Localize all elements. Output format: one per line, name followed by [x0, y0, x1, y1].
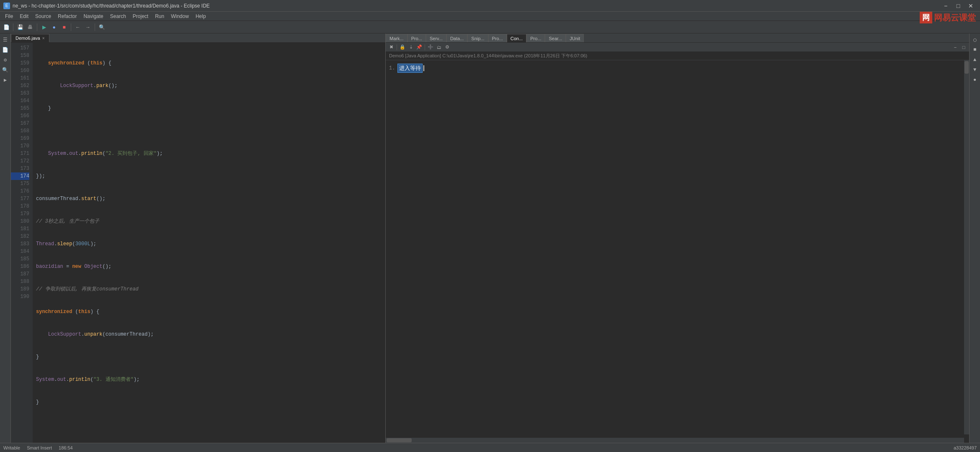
line-num-159: 159	[11, 59, 29, 67]
console-preferences-btn[interactable]: ⚙	[444, 44, 451, 51]
watermark-text: 网易云课堂	[934, 12, 976, 23]
code-line-169: LockSupport.unpark(consumerThread);	[36, 331, 385, 338]
left-sidebar-icon-4[interactable]: 🔍	[1, 65, 10, 74]
console-minimize-btn[interactable]: −	[952, 44, 959, 51]
console-new-btn[interactable]: ➕	[427, 44, 434, 51]
right-tabs: Mark... Pro... Serv... Data... Snip... P…	[386, 33, 969, 43]
code-line-161: System.out.println("2. 买到包子, 回家");	[36, 150, 385, 157]
toolbar-run[interactable]: ▶	[39, 23, 49, 32]
code-line-160	[36, 127, 385, 135]
right-tab-mark[interactable]: Mark...	[386, 34, 407, 42]
console-output[interactable]: 1. 进入等待	[386, 60, 969, 443]
console-horizontal-scrollbar[interactable]	[386, 438, 964, 443]
console-display-btn[interactable]: 🗂	[435, 44, 443, 51]
console-scroll-lock-btn[interactable]: 🔒	[399, 44, 406, 51]
right-tab-junit[interactable]: JUnit	[566, 34, 584, 42]
left-sidebar-icon-2[interactable]: 📄	[1, 45, 10, 54]
line-num-157: 157	[11, 44, 29, 52]
line-num-172: 172	[11, 157, 29, 165]
line-num-158: 158	[11, 52, 29, 59]
code-line-170: }	[36, 353, 385, 361]
right-sidebar-icon-3[interactable]: ▲	[970, 55, 980, 64]
title-bar: E ne_ws - hc-chapter-1/src/com/study/hc/…	[0, 0, 980, 12]
menu-source[interactable]: Source	[32, 12, 54, 21]
code-editor[interactable]: 157 158 159 160 161 162 163 164 165 166 …	[11, 43, 385, 443]
line-num-175: 175	[11, 180, 29, 187]
left-sidebar-icon-5[interactable]: ▶	[1, 75, 10, 85]
right-tab-con[interactable]: Con...	[507, 34, 526, 42]
right-tab-sear[interactable]: Sear...	[545, 34, 566, 42]
menu-bar: File Edit Source Refactor Navigate Searc…	[0, 12, 980, 21]
toolbar-print[interactable]: 🖶	[26, 23, 35, 32]
window-controls: − □ ✕	[940, 2, 977, 10]
menu-search[interactable]: Search	[107, 12, 129, 21]
menu-edit[interactable]: Edit	[16, 12, 32, 21]
status-writable: Writable	[3, 445, 20, 450]
toolbar-stop[interactable]: ■	[59, 23, 69, 32]
main-layout: ☰ 📄 ⚙ 🔍 ▶ Demo6.java × 157 158 159 160 1…	[0, 33, 980, 443]
toolbar-debug[interactable]: ●	[49, 23, 59, 32]
menu-refactor[interactable]: Refactor	[54, 12, 80, 21]
line-num-160: 160	[11, 67, 29, 74]
line-num-188: 188	[11, 278, 29, 285]
right-tab-pro2[interactable]: Pro...	[488, 34, 507, 42]
right-sidebar-icon-4[interactable]: ▼	[970, 65, 980, 74]
left-sidebar-icon-1[interactable]: ☰	[1, 35, 10, 44]
code-line-165: Thread.sleep(3000L);	[36, 240, 385, 248]
left-sidebar: ☰ 📄 ⚙ 🔍 ▶	[0, 33, 11, 443]
status-position: 186:54	[59, 445, 73, 450]
minimize-button[interactable]: −	[940, 2, 952, 10]
toolbar-back[interactable]: ←	[73, 23, 83, 32]
line-num-184: 184	[11, 248, 29, 255]
right-tab-pro3[interactable]: Pro...	[526, 34, 545, 42]
console-scroll-end-btn[interactable]: ⇣	[407, 44, 415, 51]
maximize-button[interactable]: □	[952, 2, 964, 10]
menu-window[interactable]: Window	[168, 12, 192, 21]
right-tab-data[interactable]: Data...	[446, 34, 467, 42]
line-num-182: 182	[11, 233, 29, 240]
toolbar-forward[interactable]: →	[83, 23, 93, 32]
left-sidebar-icon-3[interactable]: ⚙	[1, 55, 10, 64]
right-tab-serv[interactable]: Serv...	[426, 34, 446, 42]
status-user-text: a33228497	[954, 445, 977, 450]
status-bar: Writable Smart Insert 186:54 a33228497	[0, 443, 980, 452]
right-sidebar-icon-2[interactable]: ■	[970, 45, 980, 54]
code-content[interactable]: synchronized (this) { LockSupport.park()…	[33, 43, 385, 443]
text-cursor	[423, 65, 424, 71]
right-sidebar: ◯ ■ ▲ ▼ ●	[969, 33, 980, 443]
console-status-text: Demo6 [Java Application] C:\u01\Java\jre…	[389, 53, 587, 58]
right-panel: Mark... Pro... Serv... Data... Snip... P…	[386, 33, 969, 443]
console-maximize-btn[interactable]: □	[960, 44, 967, 51]
line-num-190: 190	[11, 293, 29, 300]
tab-close-icon[interactable]: ×	[42, 36, 45, 41]
menu-project[interactable]: Project	[129, 12, 152, 21]
right-tab-pro1[interactable]: Pro...	[407, 34, 426, 42]
console-output-text: 进入等待	[397, 64, 423, 73]
editor-tab-demo6[interactable]: Demo6.java ×	[11, 34, 49, 42]
toolbar-new[interactable]: 📄	[2, 23, 11, 32]
line-num-187: 187	[11, 270, 29, 278]
tab-bar: Demo6.java ×	[11, 33, 385, 43]
menu-navigate[interactable]: Navigate	[80, 12, 106, 21]
console-clear-btn[interactable]: ✖	[387, 44, 395, 51]
line-num-177: 177	[11, 195, 29, 203]
line-num-165: 165	[11, 105, 29, 112]
right-sidebar-icon-1[interactable]: ◯	[970, 35, 980, 44]
toolbar-search[interactable]: 🔍	[97, 23, 106, 32]
line-num-171: 171	[11, 150, 29, 157]
status-smart-insert-text: Smart Insert	[27, 445, 52, 450]
console-output-line: 1. 进入等待	[389, 64, 966, 73]
line-num-179: 179	[11, 210, 29, 218]
line-num-173: 173	[11, 165, 29, 172]
right-tab-snip[interactable]: Snip...	[467, 34, 488, 42]
line-num-178: 178	[11, 203, 29, 210]
console-vertical-scrollbar[interactable]	[964, 60, 969, 434]
menu-help[interactable]: Help	[192, 12, 209, 21]
toolbar-save[interactable]: 💾	[15, 23, 25, 32]
menu-run[interactable]: Run	[152, 12, 168, 21]
window-title: ne_ws - hc-chapter-1/src/com/study/hc/th…	[13, 3, 940, 9]
console-pin-btn[interactable]: 📌	[415, 44, 423, 51]
close-button[interactable]: ✕	[965, 2, 977, 10]
right-sidebar-icon-5[interactable]: ●	[970, 75, 980, 85]
menu-file[interactable]: File	[2, 12, 16, 21]
